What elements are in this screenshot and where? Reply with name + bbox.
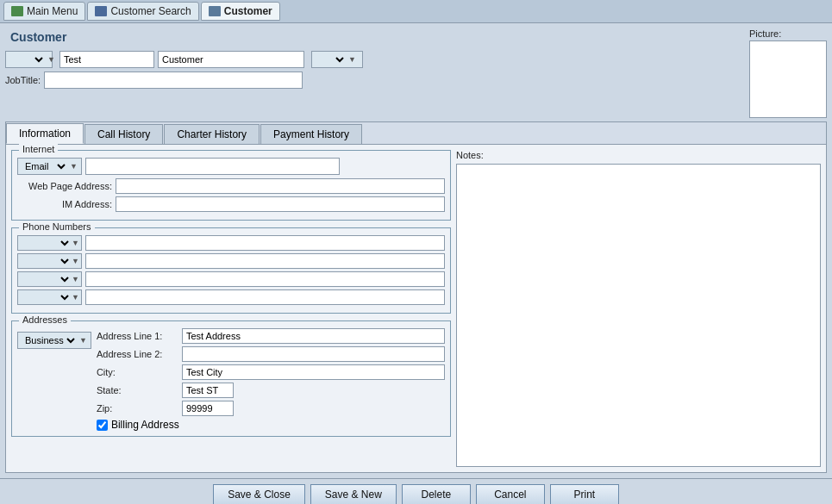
tab-customer[interactable]: Customer [201, 2, 280, 21]
main-menu-label: Main Menu [27, 5, 78, 17]
tab-payment-history[interactable]: Payment History [260, 124, 362, 144]
prefix-select-box[interactable]: Mr. Mrs. Ms. Dr. ▼ [5, 51, 53, 68]
phone-row-2: HomeWorkMobileFax ▼ [17, 253, 445, 269]
notes-textarea[interactable] [456, 164, 821, 467]
save-new-button[interactable]: Save & New [310, 484, 397, 504]
phone-input-4[interactable] [85, 289, 445, 305]
phone-type-2-box[interactable]: HomeWorkMobileFax ▼ [17, 253, 82, 269]
addr-city-row: City: [97, 364, 445, 380]
phone-type-4-select[interactable]: HomeWorkMobileFax [20, 291, 72, 303]
phone-input-3[interactable] [85, 271, 445, 287]
addr-line1-input[interactable] [182, 328, 445, 344]
jobtitle-row: JobTitle: [5, 72, 744, 89]
phone-type-1-arrow: ▼ [72, 239, 79, 247]
tab-main-menu[interactable]: Main Menu [3, 2, 85, 21]
name-fields-row: Mr. Mrs. Ms. Dr. ▼ Mr. ▼ [5, 51, 744, 68]
email-type-select[interactable]: Email Email2 Email3 [22, 160, 68, 172]
addr-line2-row: Address Line 2: [97, 346, 445, 362]
im-input[interactable] [116, 196, 445, 212]
picture-area [749, 40, 827, 118]
addr-zip-input[interactable] [182, 401, 234, 416]
jobtitle-label: JobTitle: [5, 75, 41, 85]
addr-line2-label: Address Line 2: [97, 349, 178, 359]
phone-type-3-box[interactable]: HomeWorkMobileFax ▼ [17, 271, 82, 287]
addr-type-select-container: Business Home Other ▼ [17, 328, 91, 431]
print-button[interactable]: Print [550, 484, 619, 504]
main-content: Customer Mr. Mrs. Ms. Dr. ▼ [0, 23, 832, 478]
bottom-bar: Save & Close Save & New Delete Cancel Pr… [0, 478, 832, 504]
delete-button[interactable]: Delete [402, 484, 471, 504]
phone-type-4-arrow: ▼ [72, 293, 79, 302]
addr-city-input[interactable] [182, 364, 445, 380]
webpage-label: Web Page Address: [17, 181, 112, 191]
tab-charter-history[interactable]: Charter History [164, 124, 260, 144]
jobtitle-input[interactable] [44, 72, 303, 89]
phone-row-4: HomeWorkMobileFax ▼ [17, 289, 445, 305]
phone-input-2[interactable] [85, 253, 445, 269]
email-type-select-box[interactable]: Email Email2 Email3 ▼ [17, 158, 82, 175]
name-section: Customer Mr. Mrs. Ms. Dr. ▼ [5, 28, 744, 89]
phone-type-2-arrow: ▼ [72, 257, 79, 265]
last-name-input[interactable] [158, 51, 304, 68]
webpage-input[interactable] [116, 178, 445, 194]
phone-numbers-section: Phone Numbers HomeWorkMobileFax ▼ [11, 227, 451, 314]
addr-line1-row: Address Line 1: [97, 328, 445, 344]
prefix-dropdown-arrow: ▼ [47, 55, 55, 64]
addr-fields: Address Line 1: Address Line 2: City: [97, 328, 445, 431]
addr-type-arrow: ▼ [79, 336, 87, 345]
im-row: IM Address: [17, 196, 445, 212]
tab-headers: Information Call History Charter History… [6, 122, 826, 145]
picture-label: Picture: [749, 28, 781, 39]
salutation-select[interactable]: Mr. [316, 53, 347, 65]
tab-content: Internet Email Email2 Email3 ▼ [6, 145, 826, 472]
customer-tab-label: Customer [224, 5, 272, 17]
addr-type-select-box[interactable]: Business Home Other ▼ [17, 332, 91, 349]
phone-input-1[interactable] [85, 235, 445, 251]
title-bar: Main Menu Customer Search Customer [0, 0, 832, 23]
prefix-select[interactable]: Mr. Mrs. Ms. Dr. [9, 53, 46, 65]
customer-heading: Customer [5, 27, 72, 47]
picture-box: Picture: [749, 28, 827, 118]
addr-zip-row: Zip: [97, 401, 445, 416]
email-type-arrow: ▼ [70, 162, 78, 171]
tab-call-history[interactable]: Call History [84, 124, 163, 144]
phone-type-1-box[interactable]: HomeWorkMobileFax ▼ [17, 235, 82, 251]
salutation-select-box[interactable]: Mr. ▼ [311, 51, 363, 68]
save-close-button[interactable]: Save & Close [213, 484, 305, 504]
phone-type-1-select[interactable]: HomeWorkMobileFax [20, 237, 72, 249]
addresses-section: Addresses Business Home Other ▼ [11, 320, 451, 437]
internet-section: Internet Email Email2 Email3 ▼ [11, 150, 451, 221]
customer-search-label: Customer Search [110, 5, 191, 17]
notes-panel: Notes: [456, 150, 821, 467]
addr-state-row: State: [97, 383, 445, 398]
addr-state-input[interactable] [182, 383, 234, 398]
addr-line2-input[interactable] [182, 346, 445, 362]
first-name-input[interactable] [59, 51, 154, 68]
main-menu-icon [11, 6, 23, 16]
salutation-dropdown-arrow: ▼ [348, 55, 356, 64]
email-row: Email Email2 Email3 ▼ [17, 158, 445, 175]
address-container: Business Home Other ▼ Address Line 1: [17, 328, 445, 431]
tabs-container: Information Call History Charter History… [5, 121, 827, 473]
phone-type-4-box[interactable]: HomeWorkMobileFax ▼ [17, 289, 82, 305]
billing-label: Billing Address [111, 419, 179, 431]
tab-information[interactable]: Information [6, 123, 84, 144]
phone-row-3: HomeWorkMobileFax ▼ [17, 271, 445, 287]
cancel-button[interactable]: Cancel [476, 484, 545, 504]
customer-search-icon [95, 6, 107, 16]
phone-type-3-select[interactable]: HomeWorkMobileFax [20, 273, 72, 285]
addr-zip-label: Zip: [97, 403, 178, 414]
left-panel: Internet Email Email2 Email3 ▼ [11, 150, 451, 467]
email-input[interactable] [85, 158, 340, 175]
addr-line1-label: Address Line 1: [97, 331, 178, 341]
phone-row-1: HomeWorkMobileFax ▼ [17, 235, 445, 251]
addresses-legend: Addresses [19, 314, 71, 325]
phone-type-2-select[interactable]: HomeWorkMobileFax [20, 255, 72, 267]
addr-state-label: State: [97, 385, 178, 395]
addr-type-select[interactable]: Business Home Other [22, 334, 78, 346]
tab-customer-search[interactable]: Customer Search [87, 2, 198, 21]
addr-city-label: City: [97, 367, 178, 377]
billing-row: Billing Address [97, 419, 445, 431]
billing-checkbox[interactable] [97, 420, 108, 431]
webpage-row: Web Page Address: [17, 178, 445, 194]
